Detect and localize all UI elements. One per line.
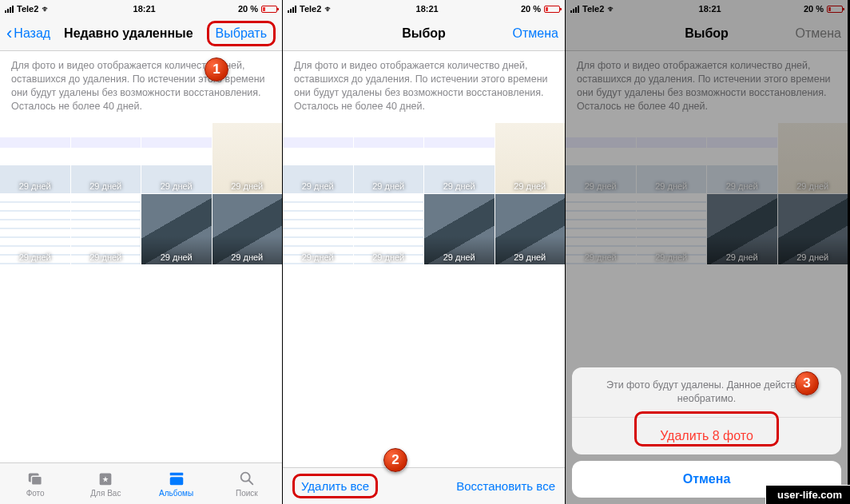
cancel-button[interactable]: Отмена bbox=[513, 26, 558, 41]
battery-icon bbox=[544, 6, 560, 13]
days-remaining-label: 29 дней bbox=[141, 252, 212, 262]
photo-thumbnail[interactable]: 29 дней bbox=[424, 123, 495, 193]
photo-thumbnail[interactable]: 29 дней bbox=[566, 194, 636, 264]
tab-label: Поиск bbox=[236, 489, 258, 498]
photo-thumbnail[interactable]: 29 дней bbox=[566, 123, 636, 193]
photo-thumbnail[interactable]: 29 дней bbox=[141, 123, 212, 193]
svg-point-5 bbox=[241, 473, 250, 482]
days-remaining-label: 29 дней bbox=[71, 181, 141, 191]
tab-label: Фото bbox=[26, 489, 45, 498]
days-remaining-label: 29 дней bbox=[71, 252, 141, 262]
days-remaining-label: 29 дней bbox=[495, 252, 566, 262]
battery-icon bbox=[261, 6, 277, 13]
photo-thumbnail[interactable]: 29 дней bbox=[495, 123, 566, 193]
photo-thumbnail[interactable]: 29 дней bbox=[0, 123, 70, 193]
status-time: 18:21 bbox=[699, 4, 721, 14]
days-remaining-label: 29 дней bbox=[424, 252, 495, 262]
photo-thumbnail[interactable]: 29 дней bbox=[71, 123, 141, 193]
back-label: Назад bbox=[14, 26, 50, 41]
info-text: Для фото и видео отображается количество… bbox=[283, 51, 565, 123]
days-remaining-label: 29 дней bbox=[566, 181, 636, 191]
photo-thumbnail[interactable]: 29 дней bbox=[354, 123, 424, 193]
status-time: 18:21 bbox=[416, 4, 439, 14]
battery-pct: 20 % bbox=[521, 4, 541, 14]
days-remaining-label: 29 дней bbox=[637, 181, 707, 191]
days-remaining-label: 29 дней bbox=[0, 181, 70, 191]
photo-thumbnail[interactable]: 29 дней bbox=[778, 123, 848, 193]
watermark: user-life.com bbox=[765, 485, 850, 504]
tab-search[interactable]: Поиск bbox=[212, 463, 282, 504]
status-time: 18:21 bbox=[133, 4, 156, 14]
photo-thumbnail[interactable]: 29 дней bbox=[283, 123, 353, 193]
nav-title: Недавно удаленные bbox=[64, 26, 193, 41]
thumbnail-grid: 29 дней29 дней29 дней29 дней29 дней29 дн… bbox=[0, 123, 282, 264]
days-remaining-label: 29 дней bbox=[212, 252, 283, 262]
days-remaining-label: 29 дней bbox=[354, 252, 424, 262]
photo-thumbnail[interactable]: 29 дней bbox=[707, 194, 777, 264]
signal-icon bbox=[5, 6, 14, 13]
select-button[interactable]: Выбрать bbox=[207, 21, 276, 46]
tab-albums[interactable]: Альбомы bbox=[141, 463, 212, 504]
photo-thumbnail[interactable]: 29 дней bbox=[495, 194, 566, 264]
days-remaining-label: 29 дней bbox=[778, 181, 848, 191]
status-bar: Tele2 ᯤ 18:21 20 % bbox=[0, 0, 282, 16]
recover-all-button[interactable]: Восстановить все bbox=[456, 479, 555, 493]
photo-thumbnail[interactable]: 29 дней bbox=[637, 194, 707, 264]
days-remaining-label: 29 дней bbox=[566, 252, 636, 262]
back-button[interactable]: ‹ Назад bbox=[6, 25, 50, 42]
days-remaining-label: 29 дней bbox=[778, 252, 848, 262]
photo-thumbnail[interactable]: 29 дней bbox=[778, 194, 848, 264]
wifi-icon: ᯤ bbox=[607, 4, 616, 14]
nav-bar: Выбор Отмена bbox=[566, 16, 848, 51]
days-remaining-label: 29 дней bbox=[354, 181, 424, 191]
days-remaining-label: 29 дней bbox=[637, 252, 707, 262]
wifi-icon: ᯤ bbox=[42, 4, 50, 14]
wifi-icon: ᯤ bbox=[324, 4, 333, 14]
photo-thumbnail[interactable]: 29 дней bbox=[141, 194, 212, 264]
info-text: Для фото и видео отображается количество… bbox=[0, 51, 282, 123]
empty-area bbox=[283, 264, 565, 468]
search-icon bbox=[237, 470, 256, 487]
photo-thumbnail[interactable]: 29 дней bbox=[0, 194, 70, 264]
nav-bar: ‹ Назад Недавно удаленные Выбрать bbox=[0, 16, 282, 51]
days-remaining-label: 29 дней bbox=[283, 181, 353, 191]
svg-rect-3 bbox=[169, 473, 183, 476]
days-remaining-label: 29 дней bbox=[283, 252, 353, 262]
foryou-icon bbox=[96, 470, 115, 487]
days-remaining-label: 29 дней bbox=[0, 252, 70, 262]
signal-icon bbox=[288, 6, 296, 13]
svg-rect-4 bbox=[169, 477, 183, 485]
battery-icon bbox=[827, 6, 843, 13]
photo-thumbnail[interactable]: 29 дней bbox=[424, 194, 495, 264]
days-remaining-label: 29 дней bbox=[707, 252, 777, 262]
tab-label: Альбомы bbox=[159, 489, 193, 498]
photo-thumbnail[interactable]: 29 дней bbox=[707, 123, 777, 193]
photo-thumbnail[interactable]: 29 дней bbox=[283, 194, 353, 264]
screen-1: Tele2 ᯤ 18:21 20 % ‹ Назад Недавно удале… bbox=[0, 0, 283, 504]
bottom-toolbar: Удалить все Восстановить все bbox=[283, 467, 565, 504]
step-badge-3: 3 bbox=[795, 371, 819, 395]
nav-bar: Выбор Отмена bbox=[283, 16, 565, 51]
photo-thumbnail[interactable]: 29 дней bbox=[212, 194, 283, 264]
battery-pct: 20 % bbox=[238, 4, 258, 14]
delete-all-button[interactable]: Удалить все bbox=[292, 474, 378, 498]
tab-foryou[interactable]: Для Вас bbox=[70, 463, 141, 504]
chevron-left-icon: ‹ bbox=[6, 25, 12, 42]
photo-thumbnail[interactable]: 29 дней bbox=[637, 123, 707, 193]
svg-line-6 bbox=[249, 481, 253, 485]
status-bar: Tele2 ᯤ 18:21 20 % bbox=[283, 0, 565, 16]
photo-thumbnail[interactable]: 29 дней bbox=[212, 123, 283, 193]
tab-photos[interactable]: Фото bbox=[0, 463, 70, 504]
photo-thumbnail[interactable]: 29 дней bbox=[354, 194, 424, 264]
step-badge-1: 1 bbox=[205, 58, 228, 81]
days-remaining-label: 29 дней bbox=[141, 181, 212, 191]
screen-3: Tele2 ᯤ 18:21 20 % Выбор Отмена Для фото… bbox=[566, 0, 848, 504]
photo-thumbnail[interactable]: 29 дней bbox=[71, 194, 141, 264]
battery-pct: 20 % bbox=[804, 4, 824, 14]
step-badge-2: 2 bbox=[383, 448, 407, 472]
cancel-button[interactable]: Отмена bbox=[796, 26, 841, 41]
svg-rect-1 bbox=[32, 476, 42, 485]
days-remaining-label: 29 дней bbox=[495, 181, 566, 191]
delete-photos-button[interactable]: Удалить 8 фото bbox=[572, 418, 841, 454]
photos-icon bbox=[26, 470, 45, 487]
